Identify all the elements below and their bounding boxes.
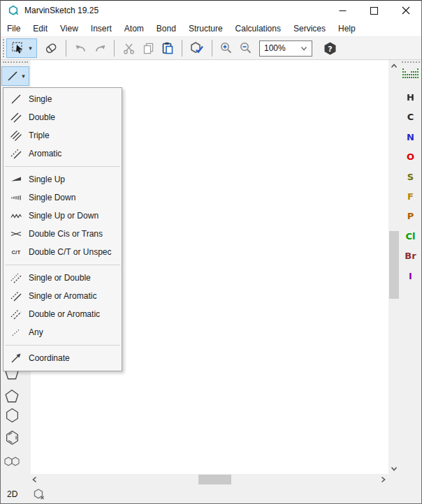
template-benzene-button[interactable] — [2, 428, 22, 447]
cut-button[interactable] — [119, 38, 138, 58]
marvin-logo-icon — [8, 5, 19, 16]
menu-bond[interactable]: Bond — [150, 21, 182, 36]
chevron-right-icon — [381, 476, 386, 483]
menu-help[interactable]: Help — [332, 21, 362, 36]
svg-text:?: ? — [328, 44, 332, 53]
menu-separator — [5, 345, 120, 346]
zoom-in-icon — [219, 41, 233, 55]
element-c[interactable]: C — [400, 108, 421, 127]
minimize-icon — [339, 7, 347, 15]
help-button[interactable]: ? — [321, 38, 339, 58]
bond-tool-button[interactable]: ▾ — [1, 66, 29, 86]
toolbar-separator — [66, 40, 66, 57]
bond-dropdown-caret[interactable]: ▾ — [22, 73, 25, 80]
eraser-button[interactable] — [41, 38, 61, 58]
menu-item-aromatic[interactable]: Aromatic — [3, 144, 122, 163]
scroll-down-button[interactable] — [388, 463, 400, 474]
vertical-scrollbar-thumb[interactable] — [389, 231, 399, 299]
element-o[interactable]: O — [400, 147, 421, 167]
horizontal-scrollbar-thumb[interactable] — [198, 475, 231, 484]
template-cyclopentane-button[interactable] — [2, 386, 22, 406]
paste-button[interactable] — [159, 38, 177, 58]
menu-calculations[interactable]: Calculations — [229, 21, 287, 36]
undo-button[interactable] — [71, 38, 89, 58]
zoom-in-button[interactable] — [217, 38, 235, 58]
single-or-aromatic-bond-icon — [3, 290, 29, 302]
chevron-down-icon — [300, 46, 307, 51]
menu-item-double-ct-or-unspec[interactable]: C/T Double C/T or Unspec — [3, 243, 122, 261]
template-naphthalene-button[interactable] — [2, 452, 22, 471]
wedge-up-bond-icon — [3, 173, 29, 186]
structure-check-button[interactable] — [187, 38, 207, 58]
selection-dropdown-caret[interactable]: ▾ — [29, 45, 32, 52]
cyclohexane-icon — [5, 408, 20, 423]
vertical-scrollbar[interactable] — [388, 60, 400, 474]
menu-edit[interactable]: Edit — [27, 21, 54, 36]
element-s[interactable]: S — [400, 168, 421, 187]
toolbar-separator — [114, 40, 115, 57]
selection-tool-button[interactable]: ▾ — [6, 38, 37, 58]
element-h[interactable]: H — [400, 88, 421, 108]
menu-item-double-cis-or-trans[interactable]: Double Cis or Trans — [3, 225, 122, 243]
double-bond-icon — [3, 111, 29, 124]
element-p[interactable]: P — [400, 207, 421, 226]
menu-item-single[interactable]: Single — [3, 90, 122, 108]
triple-bond-icon — [3, 129, 29, 142]
menu-item-any[interactable]: Any — [3, 323, 122, 341]
scroll-up-button[interactable] — [388, 60, 400, 71]
menu-item-triple[interactable]: Triple — [3, 126, 122, 144]
menu-item-single-up[interactable]: Single Up — [3, 170, 122, 188]
maximize-button[interactable] — [358, 1, 390, 20]
structure-checker-off-icon[interactable] — [33, 488, 45, 501]
element-n[interactable]: N — [400, 128, 421, 147]
menu-item-double[interactable]: Double — [3, 108, 122, 126]
menu-item-single-or-double[interactable]: Single or Double — [3, 269, 122, 287]
periodic-table-button[interactable] — [402, 66, 419, 82]
horizontal-scrollbar[interactable] — [1, 474, 421, 485]
structure-check-icon — [189, 41, 205, 55]
maximize-icon — [370, 7, 378, 15]
bond-dropdown-menu: Single Double Triple — [3, 87, 122, 371]
toolbar-grip[interactable] — [3, 39, 5, 57]
wedge-down-bond-icon — [3, 191, 29, 204]
aromatic-bond-icon — [3, 147, 29, 160]
menu-file[interactable]: File — [1, 21, 27, 36]
minimize-button[interactable] — [327, 1, 358, 20]
coordinate-bond-icon — [3, 352, 29, 364]
scroll-right-button[interactable] — [377, 474, 388, 485]
menu-item-single-or-aromatic[interactable]: Single or Aromatic — [3, 287, 122, 305]
scroll-left-button[interactable] — [29, 474, 40, 485]
main-toolbar: ▾ — [1, 37, 421, 60]
double-or-aromatic-bond-icon — [3, 308, 29, 320]
menu-services[interactable]: Services — [287, 21, 332, 36]
zoom-level-combobox[interactable]: 100% — [259, 40, 312, 57]
template-cyclohexane-button[interactable] — [2, 406, 22, 425]
templates-toolbar-grip[interactable] — [3, 61, 28, 64]
window-controls — [327, 1, 421, 20]
element-cl[interactable]: Cl — [400, 227, 421, 246]
elements-toolbar-grip[interactable] — [402, 61, 420, 64]
menu-view[interactable]: View — [54, 21, 85, 36]
menu-item-coordinate[interactable]: Coordinate — [3, 349, 122, 367]
menu-structure[interactable]: Structure — [182, 21, 229, 36]
copy-button[interactable] — [139, 38, 157, 58]
chevron-down-icon — [391, 466, 398, 471]
menu-insert[interactable]: Insert — [85, 21, 118, 36]
element-i[interactable]: I — [400, 267, 421, 286]
menu-item-double-or-aromatic[interactable]: Double or Aromatic — [3, 305, 122, 323]
zoom-out-button[interactable] — [237, 38, 255, 58]
element-f[interactable]: F — [400, 187, 421, 207]
menu-separator — [5, 265, 120, 265]
menu-item-single-up-or-down[interactable]: Single Up or Down — [3, 207, 122, 225]
menu-item-single-down[interactable]: Single Down — [3, 188, 122, 207]
menu-atom[interactable]: Atom — [118, 21, 150, 36]
menu-bar: File Edit View Insert Atom Bond Structur… — [1, 20, 421, 37]
periodic-table-icon — [402, 68, 419, 80]
ct-text-icon: C/T — [3, 249, 29, 255]
toolbar-separator — [212, 40, 212, 57]
single-bond-icon — [6, 69, 20, 83]
close-button[interactable] — [390, 1, 421, 20]
redo-button[interactable] — [91, 38, 109, 58]
element-br[interactable]: Br — [400, 246, 421, 266]
cut-icon — [122, 42, 136, 55]
